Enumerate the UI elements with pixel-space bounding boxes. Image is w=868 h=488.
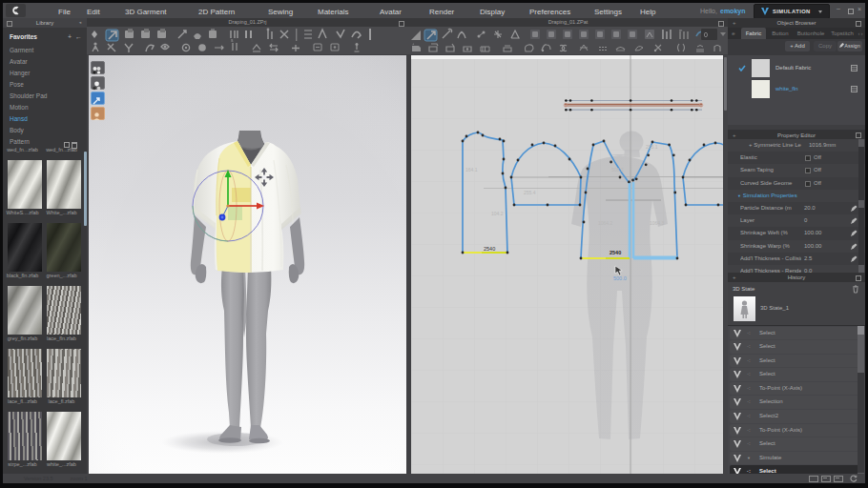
svg-text:164.1: 164.1	[465, 167, 478, 173]
svg-text:255.1: 255.1	[646, 144, 658, 150]
svg-text:255.4: 255.4	[524, 190, 536, 195]
svg-text:s: s	[231, 37, 234, 43]
svg-text:1064.3: 1064.3	[650, 220, 665, 226]
svg-text:0: 0	[704, 31, 708, 38]
svg-text:500.0: 500.0	[613, 275, 627, 281]
svg-text:104.2: 104.2	[491, 211, 504, 216]
svg-text:2540: 2540	[484, 246, 495, 252]
svg-text:1064.2: 1064.2	[598, 220, 613, 226]
svg-text:2540: 2540	[610, 250, 621, 255]
svg-text:508.2: 508.2	[611, 167, 624, 173]
svg-text:+: +	[412, 41, 415, 46]
svg-text:m: m	[679, 28, 683, 32]
